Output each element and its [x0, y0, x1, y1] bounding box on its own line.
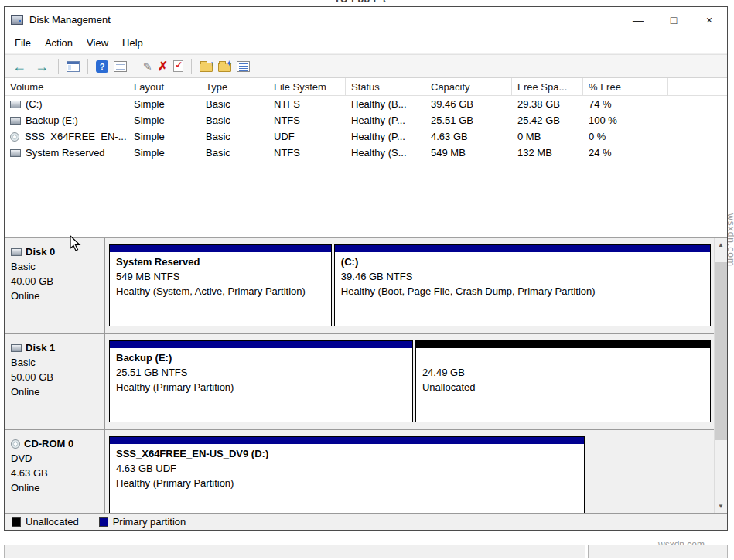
column-header-pct-free[interactable]: % Free — [583, 78, 668, 96]
window-title: Disk Management — [29, 14, 111, 26]
disk-0-size: 40.00 GB — [11, 274, 101, 289]
partition-title: (C:) — [341, 254, 710, 269]
layout-cell: Simple — [128, 128, 200, 145]
vertical-scrollbar[interactable]: ▲ ▼ — [714, 238, 727, 513]
partition-title: System Reserved — [116, 254, 331, 269]
close-button[interactable]: × — [691, 7, 727, 32]
disk-1-info[interactable]: Disk 1 Basic 50.00 GB Online — [5, 334, 105, 429]
delete-volume-icon[interactable]: ✗ — [158, 60, 168, 73]
column-header-file-system[interactable]: File System — [268, 78, 346, 96]
volume-row-dvd[interactable]: SSS_X64FREE_EN-... Simple Basic UDF Heal… — [5, 128, 727, 145]
console-tree-icon[interactable] — [67, 61, 80, 72]
toolbar-separator — [135, 59, 135, 74]
forward-icon[interactable]: → — [33, 60, 50, 73]
partition-system-reserved[interactable]: System Reserved 549 MB NTFS Healthy (Sys… — [109, 244, 332, 326]
partition-size: 25.51 GB NTFS — [116, 365, 412, 380]
disk-0-name: Disk 0 — [11, 244, 101, 259]
partition-c[interactable]: (C:) 39.46 GB NTFS Healthy (Boot, Page F… — [334, 244, 711, 326]
disk-0-status: Online — [11, 289, 101, 303]
volume-name: (C:) — [26, 98, 43, 110]
partition-size: 4.63 GB UDF — [116, 461, 584, 476]
partition-status: Healthy (System, Active, Primary Partiti… — [116, 284, 331, 299]
disk-0-kind: Basic — [11, 259, 101, 274]
partition-dvd[interactable]: SSS_X64FREE_EN-US_DV9 (D:) 4.63 GB UDF H… — [109, 436, 585, 513]
partition-title: SSS_X64FREE_EN-US_DV9 (D:) — [116, 446, 584, 461]
type-cell: Basic — [200, 112, 268, 128]
legend-label: Unallocated — [26, 516, 79, 528]
scroll-down-icon[interactable]: ▼ — [715, 500, 727, 513]
column-header-capacity[interactable]: Capacity — [425, 78, 512, 96]
volume-name: Backup (E:) — [26, 114, 78, 126]
partition-title: Backup (E:) — [116, 350, 412, 365]
menu-help[interactable]: Help — [115, 33, 150, 53]
legend-unallocated: Unallocated — [12, 516, 79, 528]
cdrom-info[interactable]: CD-ROM 0 DVD 4.63 GB Online — [5, 430, 105, 513]
filler-cell — [668, 145, 727, 161]
disk-1-name: Disk 1 — [11, 340, 101, 355]
titlebar: Disk Management — □ × — [5, 7, 727, 32]
folder-find-icon[interactable]: ✦ — [218, 63, 231, 72]
back-icon[interactable]: ← — [11, 60, 28, 73]
toolbar-separator — [58, 59, 59, 74]
volume-name: System Reserved — [26, 147, 105, 159]
capacity-cell: 4.63 GB — [425, 128, 512, 145]
partition-backup-e[interactable]: Backup (E:) 25.51 GB NTFS Healthy (Prima… — [109, 340, 413, 422]
column-header-free-space[interactable]: Free Spa... — [512, 78, 583, 96]
filler-cell — [668, 112, 727, 128]
toolbar: ← → ? ✎ ✗ ✓ ↑ ✦ — [5, 54, 727, 78]
partition-size: 39.46 GB NTFS — [341, 269, 710, 284]
menu-view[interactable]: View — [80, 33, 115, 53]
partition-status: Healthy (Boot, Page File, Crash Dump, Pr… — [341, 284, 710, 299]
partition-body: 24.49 GB Unallocated — [416, 348, 710, 394]
column-header-status[interactable]: Status — [346, 78, 425, 96]
status-cell: Healthy (B... — [346, 96, 425, 112]
folder-up-icon[interactable]: ↑ — [200, 63, 213, 72]
primary-partition-swatch — [99, 517, 108, 527]
legend-label: Primary partition — [113, 516, 186, 528]
partition-unallocated[interactable]: 24.49 GB Unallocated — [415, 340, 711, 422]
cdrom-status: Online — [11, 480, 101, 495]
partition-title — [422, 350, 710, 365]
layout-cell: Simple — [128, 112, 200, 128]
properties-pane-icon[interactable] — [114, 61, 127, 72]
status-cell: Healthy (P... — [346, 112, 425, 128]
partition-body: (C:) 39.46 GB NTFS Healthy (Boot, Page F… — [335, 252, 710, 299]
disk-management-window: Disk Management — □ × File Action View H… — [4, 6, 728, 531]
layout-cell: Simple — [128, 96, 200, 112]
folder-find-glyph: ✦ — [227, 60, 233, 67]
free-space-cell: 25.42 GB — [512, 112, 583, 128]
capacity-cell: 25.51 GB — [425, 112, 512, 128]
volume-row-system-reserved[interactable]: System Reserved Simple Basic NTFS Health… — [5, 145, 727, 161]
check-document-icon[interactable]: ✓ — [173, 60, 183, 72]
file-system-cell: NTFS — [268, 112, 346, 128]
minimize-button[interactable]: — — [620, 7, 656, 32]
column-header-layout[interactable]: Layout — [128, 78, 200, 96]
volume-row-backup[interactable]: Backup (E:) Simple Basic NTFS Healthy (P… — [5, 112, 727, 128]
volume-cell: SSS_X64FREE_EN-... — [5, 128, 128, 145]
details-view-icon[interactable] — [237, 61, 250, 72]
pct-free-cell: 74 % — [583, 96, 668, 112]
scroll-up-icon[interactable]: ▲ — [715, 238, 727, 251]
scrollbar-track[interactable] — [715, 251, 727, 500]
menu-action[interactable]: Action — [38, 33, 80, 53]
help-icon[interactable]: ? — [96, 60, 108, 73]
type-cell: Basic — [200, 145, 268, 161]
window-controls: — □ × — [620, 7, 727, 32]
volume-name: SSS_X64FREE_EN-... — [25, 131, 127, 142]
disk-0-info[interactable]: Disk 0 Basic 40.00 GB Online — [5, 238, 105, 333]
file-system-cell: NTFS — [268, 96, 346, 112]
volume-cell: Backup (E:) — [5, 112, 128, 128]
pct-free-cell: 100 % — [583, 112, 668, 128]
legend-primary-partition: Primary partition — [99, 516, 186, 528]
volume-row-c[interactable]: (C:) Simple Basic NTFS Healthy (B... 39.… — [5, 96, 727, 112]
column-header-volume[interactable]: Volume — [5, 78, 128, 96]
partition-banner — [335, 245, 710, 252]
type-cell: Basic — [200, 128, 268, 145]
menu-file[interactable]: File — [8, 33, 38, 53]
wand-icon[interactable]: ✎ — [143, 60, 152, 73]
column-header-type[interactable]: Type — [200, 78, 268, 96]
scrollbar-thumb[interactable] — [715, 262, 727, 440]
disk-1-partitions: Backup (E:) 25.51 GB NTFS Healthy (Prima… — [105, 334, 712, 429]
maximize-button[interactable]: □ — [656, 7, 691, 32]
partition-body: System Reserved 549 MB NTFS Healthy (Sys… — [110, 252, 331, 299]
